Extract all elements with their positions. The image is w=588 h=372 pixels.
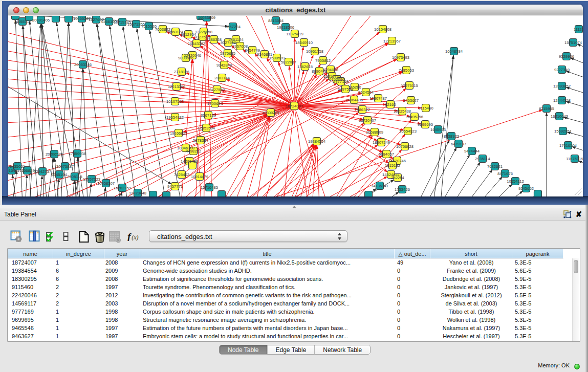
close-panel-icon[interactable]: ✘ [575, 210, 582, 218]
column-header-short[interactable]: short [430, 249, 512, 258]
function-builder-button[interactable]: f(x) [127, 232, 140, 243]
column-header-year[interactable]: year [104, 249, 140, 258]
graph-edge[interactable] [566, 71, 583, 79]
new-document-button[interactable] [78, 231, 90, 245]
split-pane-divider[interactable] [0, 205, 588, 208]
graph-edge[interactable] [465, 177, 503, 196]
column-header-in_degree[interactable]: in_degree [53, 249, 104, 258]
float-panel-icon[interactable] [563, 210, 572, 218]
graph-edge[interactable] [418, 147, 456, 196]
graph-edge[interactable] [566, 87, 583, 95]
column-header-pagerank[interactable]: pagerank [512, 249, 563, 258]
scrollbar-thumb[interactable] [574, 260, 578, 273]
graph-edge[interactable] [294, 75, 317, 106]
graph-node-cyan[interactable] [163, 192, 170, 197]
graph-edge[interactable] [228, 67, 294, 106]
delete-table-button[interactable] [94, 230, 106, 245]
graph-node-label: 1362615 [297, 64, 313, 69]
graph-edge[interactable] [239, 144, 314, 196]
graph-edge[interactable] [137, 28, 169, 196]
cell-pagerank: 5.3E-5 [515, 299, 563, 308]
network-window-titlebar[interactable]: citations_edges.txt [8, 5, 583, 15]
table-header-row: namein_degreeyeartitle△ out_de...shortpa… [8, 249, 573, 258]
table-vertical-scrollbar[interactable] [572, 258, 579, 341]
table-row[interactable]: 946362711997Embryonic stem cells: a mode… [8, 332, 573, 340]
cell-year: 2009 [105, 267, 140, 275]
graph-edge[interactable] [287, 163, 394, 196]
table-settings-button[interactable] [10, 230, 22, 244]
graph-node-cyan[interactable] [52, 16, 60, 23]
column-header-out_de[interactable]: △ out_de... [395, 249, 430, 258]
graph-edge[interactable] [210, 106, 294, 196]
graph-node-cyan[interactable] [534, 190, 542, 197]
graph-edge[interactable] [475, 184, 512, 196]
graph-node-cyan[interactable] [218, 191, 226, 197]
graph-edge[interactable] [97, 24, 131, 196]
graph-edge[interactable] [281, 106, 294, 196]
graph-node-label: 12444158 [553, 98, 571, 103]
merge-cells-button[interactable] [63, 232, 69, 243]
cell-year: 2008 [105, 258, 140, 267]
table-selector-dropdown[interactable]: citations_edges.txt [149, 230, 347, 242]
graph-node-label: 10973493 [392, 55, 409, 60]
graph-node-label: 8215955 [539, 106, 554, 111]
column-header-title[interactable]: title [140, 249, 395, 258]
tab-node-table[interactable]: Node Table [220, 345, 268, 354]
graph-edge[interactable] [442, 162, 480, 196]
cell-name: 18724007 [12, 258, 53, 267]
graph-node-label: 10914479 [191, 174, 208, 179]
cell-short: Franke et al. (2009) [430, 267, 512, 275]
graph-node-label: 9890966 [178, 56, 193, 60]
network-canvas[interactable]: 1405571220091406106552871527602646616010… [8, 16, 583, 196]
window-resize-grip[interactable] [575, 188, 581, 195]
select-rows-button[interactable] [46, 232, 56, 244]
cell-name: 9115460 [12, 283, 53, 291]
graph-edge[interactable] [87, 183, 91, 196]
cell-in_degree: 6 [56, 275, 104, 283]
graph-edge[interactable] [25, 174, 27, 196]
graph-edge[interactable] [294, 38, 295, 106]
graph-node-cyan[interactable] [365, 191, 373, 197]
graph-node-label: 7986322 [355, 107, 370, 112]
graph-node-label: 12353594 [198, 126, 215, 130]
graph-node-label: 9227349 [554, 68, 570, 72]
cell-title: Tourette syndrome. Phenomenology and cla… [143, 283, 395, 291]
graph-edge[interactable] [578, 161, 583, 166]
table-row[interactable]: 1456911722003Disruption of a novel membe… [8, 299, 573, 308]
graph-edge[interactable] [288, 145, 315, 196]
tab-network-table[interactable]: Network Table [315, 345, 370, 354]
graph-edge[interactable] [431, 55, 453, 196]
graph-node-cyan[interactable] [149, 191, 157, 197]
table-row[interactable]: 911546021997Tourette syndrome. Phenomeno… [8, 283, 573, 291]
graph-node-cyan[interactable] [65, 16, 73, 23]
column-header-name[interactable]: name [8, 249, 53, 258]
graph-edge[interactable] [228, 117, 269, 196]
citation-network-graph[interactable]: 1405571220091406106552871527602646616010… [8, 16, 583, 196]
table-row[interactable]: 969969511998Structural magnetic resonanc… [8, 316, 573, 324]
graph-edge[interactable] [274, 145, 378, 196]
table-selector-value: citations_edges.txt [157, 233, 212, 240]
graph-node-label: 8186328 [206, 37, 222, 42]
cell-in_degree: 1 [56, 258, 104, 267]
tab-edge-table[interactable]: Edge Table [268, 345, 315, 354]
table-row[interactable]: 1830029562008Estimation of significance … [8, 275, 573, 283]
graph-edge[interactable] [101, 187, 105, 196]
graph-edge[interactable] [317, 145, 320, 196]
graph-edge[interactable] [253, 117, 270, 196]
cell-short: Dudbridge et al. (2008) [430, 275, 512, 283]
cell-title: Investigating the contribution of common… [143, 291, 395, 299]
table-row[interactable]: 1872400712008Changes of HCN gene express… [8, 258, 573, 267]
cell-out_de: 0 [397, 316, 430, 324]
graph-node-label: 9474444 [464, 149, 480, 154]
show-columns-button[interactable] [29, 230, 40, 244]
table-row[interactable]: 2242004622012Investigating the contribut… [8, 291, 573, 299]
table-row[interactable]: 1938455462009Genome-wide association stu… [8, 267, 573, 275]
table-row[interactable]: 946554611997Estimation of the future num… [8, 324, 573, 332]
graph-edge[interactable] [110, 26, 139, 196]
graph-edge[interactable] [294, 106, 404, 130]
graph-edge[interactable] [193, 115, 267, 151]
graph-node-label: 10543382 [188, 41, 205, 46]
table-row[interactable]: 977716911998Corpus callosum shape and si… [8, 308, 573, 316]
graph-node-label: 19384554 [308, 139, 326, 144]
graph-edge[interactable] [571, 58, 583, 65]
